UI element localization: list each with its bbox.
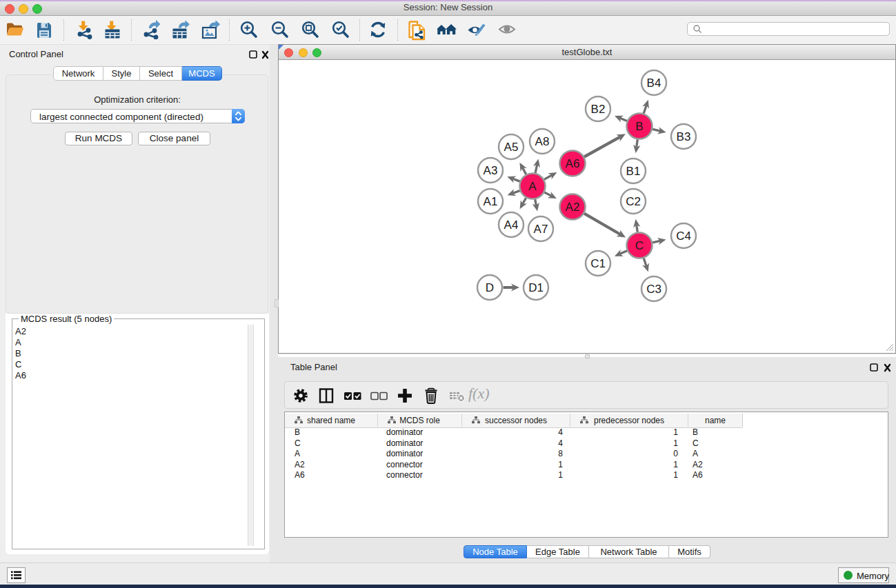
svg-text:A6: A6 (566, 157, 580, 170)
svg-text:D: D (486, 281, 494, 294)
svg-text:B: B (635, 120, 643, 133)
svg-text:A1: A1 (484, 195, 498, 208)
svg-text:A8: A8 (535, 135, 550, 148)
svg-text:B1: B1 (626, 165, 641, 178)
svg-text:C1: C1 (590, 257, 606, 270)
svg-text:B2: B2 (591, 103, 606, 116)
svg-text:C2: C2 (626, 195, 641, 208)
svg-text:A5: A5 (504, 141, 519, 154)
svg-text:C: C (635, 239, 644, 252)
svg-text:A7: A7 (534, 223, 548, 236)
svg-text:C4: C4 (676, 230, 691, 243)
svg-text:A: A (528, 180, 537, 193)
svg-text:B4: B4 (647, 77, 661, 90)
svg-text:A4: A4 (504, 219, 519, 232)
svg-text:D1: D1 (528, 281, 544, 294)
svg-text:A2: A2 (566, 201, 580, 214)
svg-text:C3: C3 (646, 283, 661, 296)
svg-text:A3: A3 (484, 164, 498, 177)
svg-text:B3: B3 (677, 130, 691, 143)
